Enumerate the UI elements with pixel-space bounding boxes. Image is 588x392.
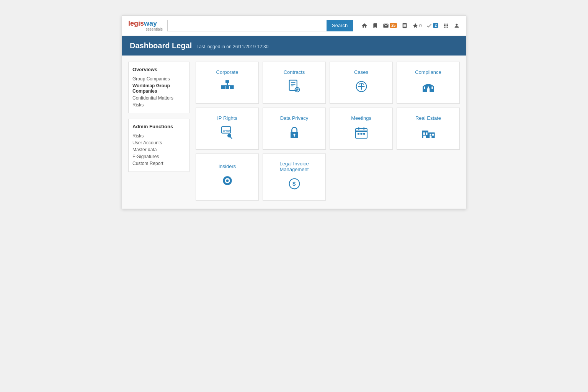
svg-text:$: $	[292, 180, 296, 187]
user-icon[interactable]	[454, 23, 460, 29]
logo-legis: legis	[128, 20, 144, 27]
card-legal-invoice[interactable]: Legal Invoice Management $	[263, 154, 326, 201]
svg-rect-39	[430, 134, 431, 136]
card-cases[interactable]: Cases	[330, 62, 393, 104]
svg-rect-2	[221, 85, 234, 86]
sidebar-item-esignatures[interactable]: E-Signatures	[132, 153, 185, 160]
compliance-icon	[421, 79, 436, 96]
app-container: legisway essentials Search 25	[122, 15, 466, 209]
card-insiders-label: Insiders	[219, 163, 236, 169]
cases-icon	[354, 79, 369, 96]
sidebar-item-group-companies[interactable]: Group Companies	[132, 75, 185, 82]
contracts-icon	[287, 79, 302, 96]
sidebar-item-master-data[interactable]: Master data	[132, 146, 185, 153]
corporate-icon	[220, 79, 235, 96]
card-meetings-label: Meetings	[351, 115, 371, 121]
card-data-privacy-label: Data Privacy	[280, 115, 309, 121]
grid-icon[interactable]	[443, 23, 449, 29]
card-data-privacy[interactable]: Data Privacy	[263, 108, 326, 150]
card-ip-rights[interactable]: IP Rights www.	[196, 108, 259, 150]
search-area: Search	[167, 20, 353, 31]
star-count: 0	[419, 23, 421, 28]
svg-rect-19	[431, 87, 433, 89]
svg-rect-33	[363, 133, 365, 134]
card-compliance[interactable]: Compliance	[397, 62, 460, 104]
dashboard-grid: Corporate Contracts Cases	[196, 62, 460, 201]
data-privacy-icon	[287, 125, 302, 142]
svg-rect-37	[426, 132, 427, 135]
svg-rect-36	[423, 132, 425, 135]
svg-point-44	[226, 180, 229, 182]
ip-rights-icon: www.	[220, 125, 235, 142]
meetings-icon	[354, 125, 369, 142]
svg-rect-6	[289, 80, 297, 90]
home-icon[interactable]	[361, 23, 368, 29]
sidebar-item-confidential[interactable]: Confidential Matters	[132, 95, 185, 101]
envelope-badge: 25	[390, 23, 397, 28]
card-contracts[interactable]: Contracts	[263, 62, 326, 104]
sidebar-item-risks-admin[interactable]: Risks	[132, 132, 185, 139]
svg-rect-5	[230, 86, 234, 89]
logo: legisway essentials	[128, 20, 163, 32]
svg-rect-4	[225, 86, 229, 89]
main-layout: Overviews Group Companies Worldmap Group…	[122, 56, 466, 209]
card-corporate-label: Corporate	[216, 69, 238, 75]
svg-rect-1	[227, 83, 228, 85]
card-real-estate-label: Real Estate	[415, 115, 441, 121]
real-estate-icon	[421, 125, 436, 142]
sidebar: Overviews Group Companies Worldmap Group…	[128, 62, 189, 203]
svg-rect-41	[430, 136, 431, 138]
sidebar-item-user-accounts[interactable]: User Accounts	[132, 139, 185, 146]
header: legisway essentials Search 25	[122, 16, 466, 36]
svg-rect-40	[432, 134, 434, 136]
card-compliance-label: Compliance	[415, 69, 441, 75]
svg-rect-31	[358, 133, 359, 134]
svg-rect-38	[423, 136, 426, 138]
sidebar-overviews-title: Overviews	[132, 67, 185, 72]
search-input[interactable]	[167, 20, 327, 31]
sidebar-admin-title: Admin Functions	[132, 124, 185, 129]
envelope-icon[interactable]: 25	[383, 23, 397, 29]
card-contracts-label: Contracts	[284, 69, 305, 75]
svg-rect-20	[427, 88, 430, 92]
header-icons: 25 0 2	[361, 23, 460, 29]
star-icon[interactable]: 0	[412, 23, 421, 29]
insiders-icon	[220, 173, 235, 190]
card-legal-invoice-label: Legal Invoice Management	[267, 161, 322, 172]
card-corporate[interactable]: Corporate	[196, 62, 259, 104]
sidebar-admin: Admin Functions Risks User Accounts Mast…	[128, 119, 189, 172]
svg-text:www.: www.	[222, 129, 231, 132]
svg-rect-3	[221, 86, 225, 89]
sidebar-item-risks-overview[interactable]: Risks	[132, 101, 185, 108]
check-badge: 2	[433, 23, 438, 28]
svg-rect-0	[225, 80, 229, 83]
search-button[interactable]: Search	[327, 20, 353, 31]
svg-rect-32	[360, 133, 362, 134]
grid-area: Corporate Contracts Cases	[196, 62, 460, 203]
dashboard-title: Dashboard Legal	[130, 41, 192, 50]
sidebar-overviews: Overviews Group Companies Worldmap Group…	[128, 62, 189, 113]
check-icon[interactable]: 2	[426, 23, 438, 29]
card-meetings[interactable]: Meetings	[330, 108, 393, 150]
card-insiders[interactable]: Insiders	[196, 154, 259, 201]
svg-rect-28	[356, 131, 367, 132]
sidebar-item-worldmap[interactable]: Worldmap Group Companies	[132, 82, 185, 95]
card-cases-label: Cases	[354, 69, 368, 75]
dashboard-bar: Dashboard Legal Last logged in on 26/11/…	[122, 36, 466, 56]
dashboard-subtitle: Last logged in on 26/11/2019 12:30	[196, 44, 268, 49]
sidebar-item-custom-report[interactable]: Custom Report	[132, 160, 185, 167]
book-icon[interactable]	[402, 23, 408, 29]
logo-text: legisway	[128, 20, 163, 28]
card-real-estate[interactable]: Real Estate	[397, 108, 460, 150]
bookmark-icon[interactable]	[372, 23, 378, 29]
svg-rect-26	[294, 135, 295, 136]
logo-way: way	[144, 20, 157, 27]
card-ip-rights-label: IP Rights	[217, 115, 237, 121]
legal-invoice-icon: $	[287, 176, 302, 193]
svg-rect-17	[424, 87, 425, 89]
